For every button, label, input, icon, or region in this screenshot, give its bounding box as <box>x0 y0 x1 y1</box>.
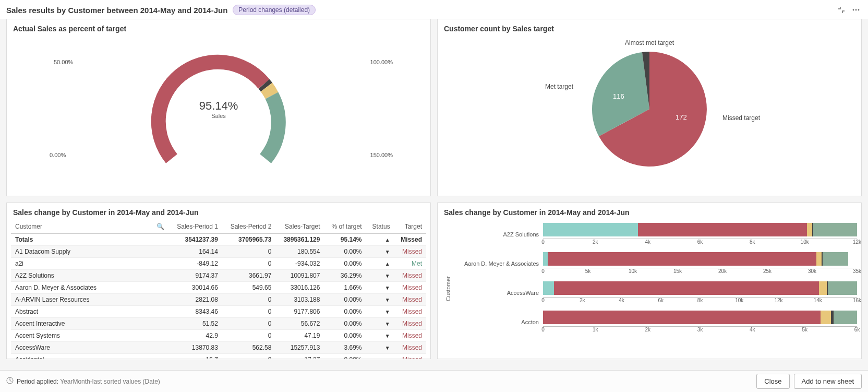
footer: Period applied: YearMonth-last sorted va… <box>0 370 868 392</box>
table-panel: Sales change by Customer in 2014-May and… <box>6 203 431 359</box>
table-row[interactable]: A-ARVIN Laser Resources2821.0803103.1880… <box>11 294 426 306</box>
gauge-tick-100: 100.00% <box>370 59 393 65</box>
bar-category: AccessWare <box>454 290 543 296</box>
table-row[interactable]: A1 Datacom Supply164.140180.5540.00%▼Mis… <box>11 246 426 258</box>
table-title: Sales change by Customer in 2014-May and… <box>11 207 426 218</box>
sales-table[interactable]: Customer🔍 Sales-Period 1 Sales-Period 2 … <box>11 220 426 359</box>
pie-label-almost: Almost met target <box>625 39 674 46</box>
col-tgt[interactable]: Sales-Target <box>275 220 324 234</box>
table-row[interactable]: Accent Interactive51.52056.6720.00%▼Miss… <box>11 318 426 330</box>
collapse-icon[interactable] <box>836 4 847 16</box>
pie-title: Customer count by Sales target <box>442 23 857 34</box>
gauge-tick-50: 50.00% <box>54 59 73 65</box>
add-to-sheet-button[interactable]: Add to new sheet <box>794 374 862 389</box>
pie-label-missed: Missed target <box>722 114 760 122</box>
gauge-tick-0: 0.00% <box>50 152 66 158</box>
more-icon[interactable] <box>850 4 862 16</box>
table-row[interactable]: Accidental15.7017.270.00%▼Missed <box>11 354 426 360</box>
pie-value-missed: 172 <box>676 113 687 121</box>
pie-value-met: 116 <box>613 92 624 100</box>
svg-point-1 <box>855 9 857 11</box>
clock-icon <box>6 377 14 386</box>
col-status[interactable]: Status <box>366 220 394 234</box>
table-row[interactable]: Accent Systems42.9047.190.00%▼Missed <box>11 330 426 342</box>
gauge-value: 95.14% <box>199 99 238 113</box>
col-customer[interactable]: Customer🔍 <box>11 220 168 234</box>
svg-point-2 <box>858 9 860 11</box>
bar-ylabel: Customer <box>442 220 454 358</box>
table-row[interactable]: Aaron D. Meyer & Associates30014.66549.6… <box>11 282 426 294</box>
table-row[interactable]: a2i-849.120-934.0320.00%▲Met <box>11 258 426 270</box>
pie-chart[interactable]: 172 116 Almost met target Met target Mis… <box>442 36 857 182</box>
bar-area[interactable]: A2Z Solutions02k4k6k8k10k12kAaron D. Mey… <box>454 220 857 358</box>
col-target[interactable]: Target <box>394 220 426 234</box>
gauge-panel: Actual Sales as percent of target 0.00% … <box>6 19 431 196</box>
table-row[interactable]: A2Z Solutions9174.373661.9710091.80736.2… <box>11 270 426 282</box>
table-header-row: Customer🔍 Sales-Period 1 Sales-Period 2 … <box>11 220 426 234</box>
bar-category: Aaron D. Meyer & Associates <box>454 260 543 267</box>
bar-row[interactable]: A2Z Solutions02k4k6k8k10k12k <box>454 220 857 249</box>
pie-panel: Customer count by Sales target 172 116 A… <box>437 19 862 196</box>
page-title: Sales results by Customer between 2014-M… <box>6 6 227 15</box>
bar-category: Accton <box>454 319 543 325</box>
bar-row[interactable]: Accton01k2k3k4k5k6k <box>454 307 857 337</box>
gauge-sub: Sales <box>199 113 238 119</box>
col-p1[interactable]: Sales-Period 1 <box>168 220 222 234</box>
close-button[interactable]: Close <box>756 374 789 389</box>
pie-label-met: Met target <box>545 83 573 90</box>
table-row-totals[interactable]: Totals3541237.393705965.733895361.12995.… <box>11 234 426 246</box>
barchart-panel: Sales change by Customer in 2014-May and… <box>437 203 862 359</box>
gauge-chart[interactable]: 0.00% 50.00% 100.00% 150.00% 95.14% Sale… <box>11 36 426 182</box>
barchart-title: Sales change by Customer in 2014-May and… <box>442 207 857 218</box>
gauge-tick-150: 150.00% <box>370 152 393 158</box>
page-header: Sales results by Customer between 2014-M… <box>0 0 868 19</box>
col-pct[interactable]: % of target <box>324 220 366 234</box>
svg-point-0 <box>853 9 854 11</box>
col-p2[interactable]: Sales-Period 2 <box>222 220 275 234</box>
gauge-title: Actual Sales as percent of target <box>11 23 426 34</box>
bar-row[interactable]: Aaron D. Meyer & Associates05k10k15k20k2… <box>454 249 857 278</box>
footer-label: Period applied: YearMonth-last sorted va… <box>17 378 160 385</box>
search-icon[interactable]: 🔍 <box>156 223 164 230</box>
table-row[interactable]: Abstract8343.4609177.8060.00%▼Missed <box>11 306 426 318</box>
period-changes-badge[interactable]: Period changes (detailed) <box>233 5 316 15</box>
bar-category: A2Z Solutions <box>454 231 543 237</box>
table-row[interactable]: AccessWare13870.83562.5815257.9133.69%▼M… <box>11 342 426 354</box>
bar-row[interactable]: AccessWare02k4k6k8k10k12k14k16k <box>454 278 857 307</box>
